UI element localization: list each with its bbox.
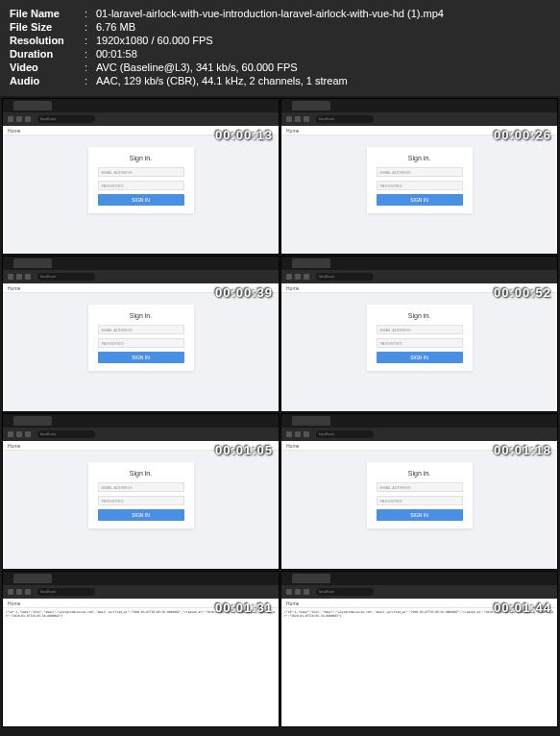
browser-tab xyxy=(292,574,330,583)
back-icon xyxy=(8,116,13,122)
password-field: PASSWORD xyxy=(98,338,184,348)
info-label: File Size xyxy=(10,21,85,33)
json-output: {"id":1,"name":"Alex","email":"alex@code… xyxy=(3,608,279,726)
url-bar: localhost xyxy=(281,112,557,126)
browser-chrome: localhost xyxy=(3,99,279,126)
browser-chrome: localhost xyxy=(281,257,557,283)
back-icon xyxy=(286,589,292,595)
reload-icon xyxy=(304,274,309,280)
signin-card: Sign in. EMAIL ADDRESS PASSWORD SIGN IN xyxy=(367,462,473,528)
reload-icon xyxy=(304,431,309,437)
back-icon xyxy=(8,431,13,437)
password-field: PASSWORD xyxy=(377,338,463,348)
signin-area: Sign in. EMAIL ADDRESS PASSWORD SIGN IN xyxy=(3,135,279,254)
url-field: localhost xyxy=(316,588,374,596)
signin-card: Sign in. EMAIL ADDRESS PASSWORD SIGN IN xyxy=(88,462,194,528)
url-bar: localhost xyxy=(3,270,279,283)
thumbnail-8[interactable]: localhost Home {"id":1,"name":"Alex","em… xyxy=(280,571,558,727)
email-field: EMAIL ADDRESS xyxy=(98,482,184,492)
timestamp: 00:01:05 xyxy=(215,443,273,457)
signin-button: SIGN IN xyxy=(98,509,184,521)
signin-title: Sign in. xyxy=(98,155,184,161)
url-field: localhost xyxy=(37,588,95,596)
password-field: PASSWORD xyxy=(377,181,463,190)
back-icon xyxy=(8,274,13,280)
url-field: localhost xyxy=(316,115,374,123)
signin-title: Sign in. xyxy=(377,312,463,319)
url-bar: localhost xyxy=(281,428,557,441)
signin-card: Sign in. EMAIL ADDRESS PASSWORD SIGN IN xyxy=(88,147,194,213)
info-row-video: Video : AVC (Baseline@L3), 341 kb/s, 60.… xyxy=(10,61,550,73)
browser-tab xyxy=(13,416,52,426)
json-output: {"id":1,"name":"Alex","email":"alex@code… xyxy=(281,608,557,726)
url-field: localhost xyxy=(37,115,95,123)
back-icon xyxy=(8,589,13,595)
thumbnail-5[interactable]: localhost Home Sign in. EMAIL ADDRESS PA… xyxy=(2,413,280,570)
signin-card: Sign in. EMAIL ADDRESS PASSWORD SIGN IN xyxy=(367,147,473,213)
signin-title: Sign in. xyxy=(98,312,184,319)
timestamp: 00:01:44 xyxy=(494,601,551,615)
thumbnail-4[interactable]: localhost Home Sign in. EMAIL ADDRESS PA… xyxy=(280,256,558,412)
thumbnail-2[interactable]: localhost Home Sign in. EMAIL ADDRESS PA… xyxy=(280,98,558,255)
tab-bar xyxy=(3,99,279,112)
password-field: PASSWORD xyxy=(377,496,463,505)
email-field: EMAIL ADDRESS xyxy=(377,325,463,334)
thumbnail-1[interactable]: localhost Home Sign in. EMAIL ADDRESS PA… xyxy=(2,98,280,255)
tab-bar xyxy=(3,257,279,270)
info-label: Duration xyxy=(10,48,85,60)
forward-icon xyxy=(295,589,301,595)
signin-button: SIGN IN xyxy=(98,352,184,363)
info-row-filename: File Name : 01-laravel-airlock-with-vue-… xyxy=(10,8,550,19)
url-field: localhost xyxy=(316,273,374,281)
forward-icon xyxy=(16,274,22,280)
browser-chrome: localhost xyxy=(281,99,557,126)
browser-tab xyxy=(13,101,52,110)
forward-icon xyxy=(295,431,301,437)
info-row-audio: Audio : AAC, 129 kb/s (CBR), 44.1 kHz, 2… xyxy=(10,75,550,86)
back-icon xyxy=(286,116,292,122)
email-field: EMAIL ADDRESS xyxy=(377,482,463,492)
signin-button: SIGN IN xyxy=(377,352,463,363)
info-label: Audio xyxy=(10,75,85,86)
info-label: Video xyxy=(10,61,85,73)
reload-icon xyxy=(304,589,309,595)
signin-title: Sign in. xyxy=(377,470,463,477)
forward-icon xyxy=(295,274,301,280)
url-bar: localhost xyxy=(3,585,279,599)
info-value: AVC (Baseline@L3), 341 kb/s, 60.000 FPS xyxy=(96,61,550,73)
info-separator: : xyxy=(85,21,96,33)
info-value: 01-laravel-airlock-with-vue-introduction… xyxy=(96,8,550,19)
thumbnail-7[interactable]: localhost Home {"id":1,"name":"Alex","em… xyxy=(2,571,280,727)
url-bar: localhost xyxy=(3,428,279,441)
forward-icon xyxy=(295,116,301,122)
info-value: 00:01:58 xyxy=(96,48,550,60)
info-value: 1920x1080 / 60.000 FPS xyxy=(96,35,550,46)
url-field: localhost xyxy=(37,430,95,438)
info-value: AAC, 129 kb/s (CBR), 44.1 kHz, 2 channel… xyxy=(96,75,550,86)
thumbnail-6[interactable]: localhost Home Sign in. EMAIL ADDRESS PA… xyxy=(280,413,558,570)
url-field: localhost xyxy=(316,430,374,438)
info-row-filesize: File Size : 6.76 MB xyxy=(10,21,550,33)
browser-tab xyxy=(292,416,330,426)
tab-bar xyxy=(3,572,279,585)
thumbnail-3[interactable]: localhost Home Sign in. EMAIL ADDRESS PA… xyxy=(2,256,280,412)
browser-chrome: localhost xyxy=(281,414,557,441)
browser-chrome: localhost xyxy=(281,572,557,599)
password-field: PASSWORD xyxy=(98,496,184,505)
reload-icon xyxy=(304,116,309,122)
info-separator: : xyxy=(85,75,96,86)
tab-bar xyxy=(281,99,557,112)
reload-icon xyxy=(25,589,31,595)
thumbnail-grid: localhost Home Sign in. EMAIL ADDRESS PA… xyxy=(0,96,560,729)
email-field: EMAIL ADDRESS xyxy=(98,167,184,177)
signin-area: Sign in. EMAIL ADDRESS PASSWORD SIGN IN xyxy=(281,293,557,411)
signin-card: Sign in. EMAIL ADDRESS PASSWORD SIGN IN xyxy=(367,305,473,371)
email-field: EMAIL ADDRESS xyxy=(98,325,184,334)
info-separator: : xyxy=(85,48,96,60)
browser-chrome: localhost xyxy=(3,572,279,599)
signin-title: Sign in. xyxy=(98,470,184,477)
signin-area: Sign in. EMAIL ADDRESS PASSWORD SIGN IN xyxy=(3,293,279,411)
info-separator: : xyxy=(85,8,96,19)
reload-icon xyxy=(25,274,31,280)
tab-bar xyxy=(281,414,557,428)
